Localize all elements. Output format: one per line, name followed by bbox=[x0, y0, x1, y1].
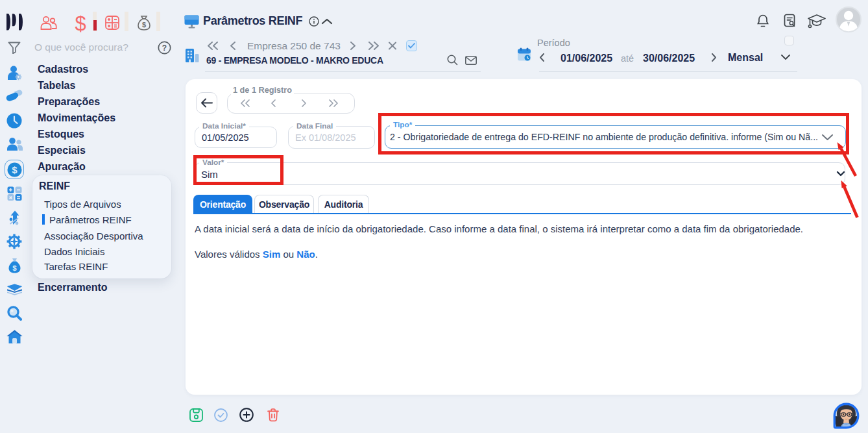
svg-text:$: $ bbox=[12, 264, 17, 272]
svg-text:?: ? bbox=[162, 43, 167, 53]
svg-text:$: $ bbox=[142, 21, 146, 29]
svg-text:$: $ bbox=[12, 164, 18, 175]
